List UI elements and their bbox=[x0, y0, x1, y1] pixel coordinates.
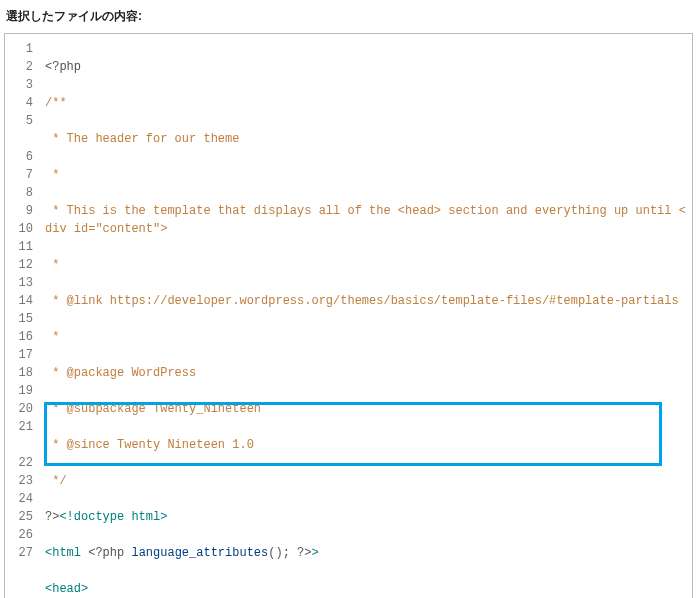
code-line: * bbox=[45, 328, 688, 346]
code-line: */ bbox=[45, 472, 688, 490]
code-line: <head> bbox=[45, 580, 688, 598]
code-line: * @package WordPress bbox=[45, 364, 688, 382]
code-line: * @subpackage Twenty_Nineteen bbox=[45, 400, 688, 418]
code-line: /** bbox=[45, 94, 688, 112]
code-line: * The header for our theme bbox=[45, 130, 688, 148]
code-line: <html <?php language_attributes(); ?>> bbox=[45, 544, 688, 562]
code-line: * @since Twenty Nineteen 1.0 bbox=[45, 436, 688, 454]
panel-title: 選択したファイルの内容: bbox=[0, 0, 697, 33]
code-line: * bbox=[45, 166, 688, 184]
code-line: * bbox=[45, 256, 688, 274]
code-line: <?php bbox=[45, 58, 688, 76]
code-line: * @link https://developer.wordpress.org/… bbox=[45, 292, 688, 310]
code-editor[interactable]: 1234567891011121314151617181920212223242… bbox=[4, 33, 693, 598]
code-line: * This is the template that displays all… bbox=[45, 202, 688, 238]
code-line: ?><!doctype html> bbox=[45, 508, 688, 526]
code-content[interactable]: <?php /** * The header for our theme * *… bbox=[39, 34, 692, 598]
line-gutter: 1234567891011121314151617181920212223242… bbox=[5, 34, 39, 598]
